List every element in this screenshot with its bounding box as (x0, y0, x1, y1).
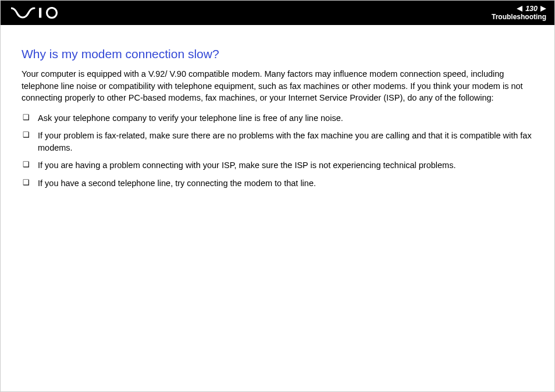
nav-prev-icon[interactable] (517, 6, 522, 12)
nav-next-icon[interactable] (540, 6, 546, 12)
bullet-list: Ask your telephone company to verify you… (22, 112, 533, 190)
intro-paragraph: Your computer is equipped with a V.92/ V… (22, 68, 533, 104)
list-item: Ask your telephone company to verify you… (22, 112, 533, 124)
list-item: If you have a second telephone line, try… (22, 177, 533, 190)
svg-point-1 (47, 8, 57, 18)
header-bar: 130 Troubleshooting (1, 1, 554, 25)
main-content: Why is my modem connection slow? Your co… (1, 25, 554, 207)
page-heading: Why is my modem connection slow? (22, 47, 533, 61)
list-item: If your problem is fax-related, make sur… (22, 130, 533, 154)
list-item: If you are having a problem connecting w… (22, 159, 533, 172)
vaio-logo (11, 7, 61, 19)
page-number: 130 (525, 5, 538, 13)
page-nav: 130 (517, 5, 546, 13)
svg-rect-0 (39, 8, 41, 18)
header-right: 130 Troubleshooting (492, 5, 546, 21)
section-label: Troubleshooting (492, 13, 546, 21)
